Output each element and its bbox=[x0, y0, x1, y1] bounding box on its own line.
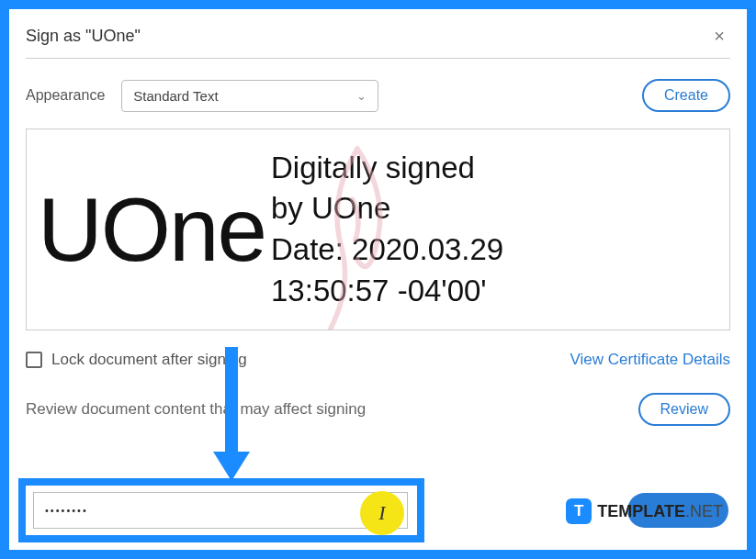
sig-line2: by UOne bbox=[271, 188, 718, 229]
watermark-icon: T bbox=[566, 498, 592, 524]
sig-line4: 13:50:57 -04'00' bbox=[271, 271, 718, 312]
appearance-label: Appearance bbox=[26, 87, 105, 104]
text-cursor-icon: I bbox=[378, 501, 385, 525]
sig-line3: Date: 2020.03.29 bbox=[271, 229, 718, 271]
watermark: T TEMPLATE.NET bbox=[560, 495, 728, 528]
password-input[interactable]: •••••••• bbox=[33, 492, 408, 529]
review-text: Review document content that may affect … bbox=[26, 400, 366, 419]
appearance-select[interactable]: Standard Text ⌄ bbox=[121, 80, 378, 112]
dialog-header: Sign as "UOne" × bbox=[26, 22, 730, 59]
signature-name: UOne bbox=[38, 178, 265, 282]
lock-row: Lock document after signing View Certifi… bbox=[26, 351, 730, 369]
review-button[interactable]: Review bbox=[638, 393, 730, 426]
view-certificate-link[interactable]: View Certificate Details bbox=[570, 351, 730, 369]
sig-line1: Digitally signed bbox=[271, 148, 718, 189]
create-button[interactable]: Create bbox=[642, 79, 730, 112]
dialog-frame: Sign as "UOne" × Appearance Standard Tex… bbox=[0, 0, 756, 559]
watermark-text: TEMPLATE.NET bbox=[597, 502, 723, 521]
appearance-row: Appearance Standard Text ⌄ Create bbox=[26, 79, 730, 112]
password-value: •••••••• bbox=[45, 505, 88, 516]
close-icon[interactable]: × bbox=[708, 26, 730, 47]
signature-preview: UOne Digitally signed by UOne Date: 2020… bbox=[26, 129, 730, 330]
lock-checkbox[interactable] bbox=[26, 352, 42, 368]
dialog-title: Sign as "UOne" bbox=[26, 27, 141, 46]
appearance-value: Standard Text bbox=[133, 88, 218, 104]
annotation-arrow bbox=[213, 347, 250, 494]
signature-details: Digitally signed by UOne Date: 2020.03.2… bbox=[265, 148, 718, 311]
review-row: Review document content that may affect … bbox=[26, 393, 730, 426]
cursor-highlight: I bbox=[360, 491, 404, 535]
chevron-down-icon: ⌄ bbox=[356, 89, 367, 103]
